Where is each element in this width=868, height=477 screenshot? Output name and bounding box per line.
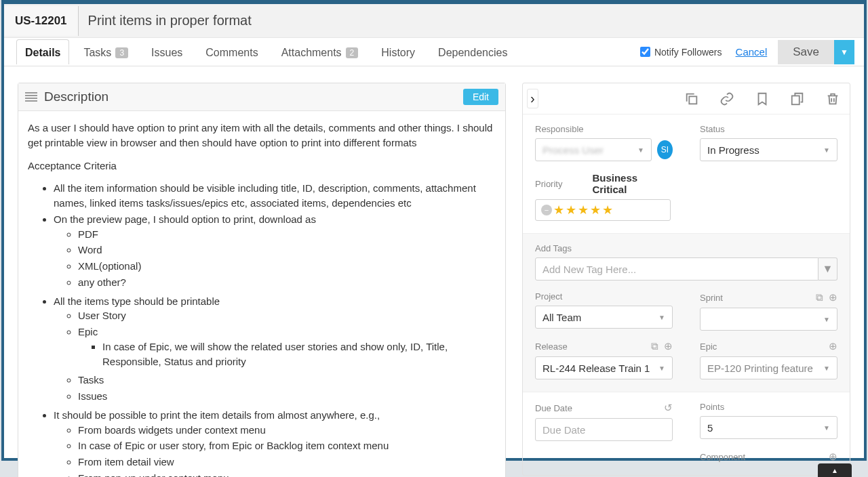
attachments-badge: 2 [346,47,359,58]
description-body: As a user I should have option to print … [18,111,505,477]
responsible-avatar[interactable]: SI [657,140,673,159]
section-classification: Add Tags ▼ Project All Team▼ Sprint⧉⊕ ▼ [523,234,850,392]
due-date-label: Due Date [535,403,572,413]
description-title: Description [44,89,108,104]
save-dropdown-button[interactable]: ▼ [834,40,854,64]
tab-dependencies[interactable]: Dependencies [429,39,516,64]
tab-history[interactable]: History [372,39,424,64]
tab-attachments[interactable]: Attachments2 [273,39,368,64]
tab-details-label: Details [25,47,60,59]
ac-item-4: It should be possible to print the item … [54,408,496,477]
star-icon[interactable]: ★ [553,204,564,216]
points-value: 5 [707,422,713,434]
release-value: RL-244 Release Train 1 [542,362,650,374]
tab-tasks[interactable]: Tasks3 [75,39,137,64]
caret-down-icon: ▼ [823,365,830,372]
star-icon[interactable]: ★ [590,204,601,216]
section-main-fields: Responsible Process User▼ SI Status In P… [523,115,850,234]
reset-icon[interactable]: ↺ [664,402,673,414]
tab-comments[interactable]: Comments [197,39,267,64]
star-icon[interactable]: ★ [578,204,589,216]
project-select[interactable]: All Team▼ [535,306,673,329]
ac-sub-xml: XML(optional) [78,259,496,274]
responsible-select[interactable]: Process User▼ [535,138,652,161]
item-id: US-12201 [4,6,79,36]
caret-down-icon: ▼ [823,424,830,432]
caret-down-icon: ▼ [658,365,665,372]
tags-dropdown-button[interactable]: ▼ [818,257,837,281]
status-select[interactable]: In Progress▼ [700,138,837,161]
ac-sub-issues: Issues [78,389,496,404]
priority-field: PriorityBusiness Critical − ★ ★ ★ ★ ★ [535,172,673,221]
priority-text: Business Critical [592,172,673,195]
add-icon[interactable]: ⊕ [829,340,837,352]
caret-down-icon: ▼ [823,146,830,154]
responsible-field: Responsible Process User▼ SI [535,124,673,161]
link-icon[interactable] [719,91,734,106]
epic-select[interactable]: EP-120 Printing feature▼ [700,356,837,379]
project-label: Project [535,291,673,302]
tab-issues[interactable]: Issues [142,39,191,64]
ac-item-3-text: All the items type should be printable [54,295,220,307]
notify-followers-toggle[interactable]: Notify Followers [640,47,722,58]
ac-sub-popup: From pop-up under context menu [78,471,496,477]
tab-history-label: History [381,47,415,59]
edit-description-button[interactable]: Edit [463,89,498,105]
svg-rect-0 [689,96,696,104]
add-icon[interactable]: ⊕ [829,451,837,463]
priority-label: Priority [535,179,562,189]
copy-icon[interactable] [684,91,699,106]
project-value: All Team [542,312,581,323]
save-button[interactable]: Save [778,40,834,64]
ac-item-1: All the item information should be visib… [54,181,496,211]
release-label: Release [535,341,568,352]
ac-sub-epic-detail: In case of Epic, we will show the relate… [102,339,496,369]
cancel-link[interactable]: Cancel [736,46,768,58]
open-icon[interactable]: ⧉ [651,340,658,352]
bookmark-icon[interactable] [755,91,770,106]
ac-sub-tasks: Tasks [78,373,496,388]
tab-attachments-label: Attachments [281,47,342,59]
description-header: Description Edit [18,83,505,111]
component-label: Component [700,452,745,462]
release-field: Release⧉⊕ RL-244 Release Train 1▼ [535,340,673,379]
tab-details[interactable]: Details [16,39,69,64]
ac-item-4-text: It should be possible to print the item … [54,409,380,421]
no-priority-icon[interactable]: − [541,205,552,215]
status-value: In Progress [707,144,760,156]
release-select[interactable]: RL-244 Release Train 1▼ [535,356,673,379]
ac-item-3: All the items type should be printable U… [54,294,496,404]
desc-paragraph-1: As a user I should have option to print … [28,121,496,150]
sprint-select[interactable]: ▼ [700,308,837,331]
section-planning: Due Date↺ Points 5▼ Component⊕ [523,392,850,475]
component-field: Component⊕ [700,451,837,463]
ac-item-2: On the preview page, I should option to … [54,212,496,290]
trash-icon[interactable] [825,91,840,106]
notify-followers-checkbox[interactable] [640,47,650,57]
due-date-input[interactable] [535,418,673,441]
add-icon[interactable]: ⊕ [829,291,837,304]
points-select[interactable]: 5▼ [700,416,837,439]
ac-sub-epic: Epic In case of Epic, we will show the r… [78,325,496,369]
lines-icon [25,92,37,102]
epic-value: EP-120 Printing feature [707,362,813,374]
bottom-tray-toggle[interactable]: ▲ [818,463,852,477]
status-label: Status [700,124,837,134]
caret-down-icon: ▼ [658,314,665,321]
open-icon[interactable]: ⧉ [816,291,823,304]
add-icon[interactable]: ⊕ [664,340,673,352]
tags-label: Add Tags [535,243,837,253]
priority-stars[interactable]: − ★ ★ ★ ★ ★ [535,199,671,221]
tab-comments-label: Comments [205,47,258,59]
left-column: Description Edit As a user I should have… [18,83,506,451]
tab-issues-label: Issues [151,47,182,59]
star-icon[interactable]: ★ [566,204,576,216]
ac-sub-backlog: In case of Epic or user story, from Epic… [78,438,496,453]
project-field: Project All Team▼ [535,291,673,331]
expand-icon[interactable]: › [527,89,538,108]
notify-followers-label: Notify Followers [654,47,722,58]
duplicate-icon[interactable] [790,91,805,106]
ac-sub-epic-text: Epic [78,326,98,337]
star-icon[interactable]: ★ [602,204,613,216]
tags-input[interactable] [535,257,818,281]
